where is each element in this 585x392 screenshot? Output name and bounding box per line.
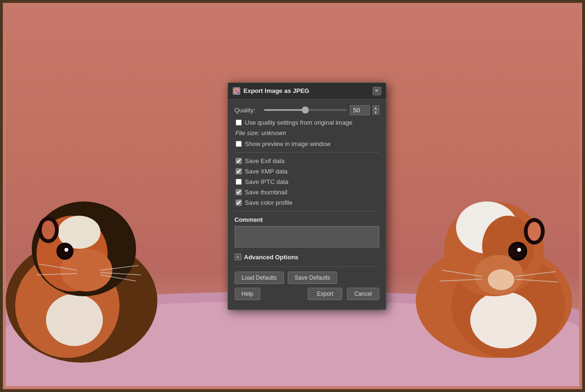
comment-label: Comment — [235, 216, 379, 223]
show-preview-checkbox-row: Show preview in image window — [235, 140, 379, 147]
svg-text:🐾: 🐾 — [235, 89, 239, 94]
save-thumbnail-label[interactable]: Save thumbnail — [245, 189, 288, 196]
load-defaults-button[interactable]: Load Defaults — [235, 272, 284, 284]
save-thumbnail-checkbox-row: Save thumbnail — [235, 189, 379, 196]
export-jpeg-dialog: 🐾 Export Image as JPEG ✕ Quality: ▲ ▼ — [228, 82, 386, 310]
save-iptc-checkbox-row: Save IPTC data — [235, 178, 379, 185]
comment-textarea[interactable] — [235, 226, 379, 247]
save-exif-label[interactable]: Save Exif data — [245, 157, 285, 164]
bottom-buttons-row: Help Export Cancel — [235, 288, 379, 300]
use-quality-label[interactable]: Use quality settings from original image — [245, 119, 353, 126]
defaults-button-row: Load Defaults Save Defaults — [235, 272, 379, 284]
quality-label: Quality: — [235, 107, 261, 114]
close-button[interactable]: ✕ — [373, 87, 381, 95]
quality-spinbox[interactable] — [350, 105, 370, 115]
use-quality-checkbox-row: Use quality settings from original image — [235, 119, 379, 126]
save-exif-checkbox-row: Save Exif data — [235, 157, 379, 164]
save-iptc-checkbox[interactable] — [236, 179, 242, 185]
divider-2 — [235, 211, 379, 211]
dialog-title-left: 🐾 Export Image as JPEG — [233, 87, 310, 95]
cancel-button[interactable]: Cancel — [347, 288, 379, 300]
dialog-title: Export Image as JPEG — [244, 87, 310, 94]
spinbox-arrows: ▲ ▼ — [373, 105, 379, 115]
help-button[interactable]: Help — [235, 288, 261, 300]
save-thumbnail-checkbox[interactable] — [236, 189, 242, 195]
divider-3 — [235, 266, 379, 267]
divider — [235, 152, 379, 153]
file-size-text: File size: unknown — [235, 129, 379, 137]
quality-increment-button[interactable]: ▲ — [373, 105, 379, 110]
show-preview-label[interactable]: Show preview in image window — [245, 140, 331, 147]
gimp-icon: 🐾 — [233, 87, 240, 95]
save-exif-checkbox[interactable] — [236, 158, 242, 164]
save-color-profile-label[interactable]: Save color profile — [245, 199, 292, 206]
advanced-options-label: Advanced Options — [244, 254, 299, 261]
quality-row: Quality: ▲ ▼ — [235, 105, 379, 115]
save-color-profile-checkbox[interactable] — [236, 200, 242, 206]
save-xmp-checkbox-row: Save XMP data — [235, 168, 379, 175]
export-button[interactable]: Export — [308, 288, 342, 300]
dialog-titlebar: 🐾 Export Image as JPEG ✕ — [228, 83, 386, 100]
quality-decrement-button[interactable]: ▼ — [373, 110, 379, 115]
save-defaults-button[interactable]: Save Defaults — [288, 272, 338, 284]
save-xmp-checkbox[interactable] — [236, 168, 242, 174]
quality-slider[interactable] — [264, 109, 347, 111]
save-color-profile-checkbox-row: Save color profile — [235, 199, 379, 206]
advanced-expand-icon[interactable]: + — [235, 254, 241, 260]
save-xmp-label[interactable]: Save XMP data — [245, 168, 288, 175]
show-preview-checkbox[interactable] — [236, 141, 242, 147]
save-iptc-label[interactable]: Save IPTC data — [245, 178, 289, 185]
use-quality-checkbox[interactable] — [236, 119, 242, 126]
advanced-options-row[interactable]: + Advanced Options — [235, 254, 379, 261]
